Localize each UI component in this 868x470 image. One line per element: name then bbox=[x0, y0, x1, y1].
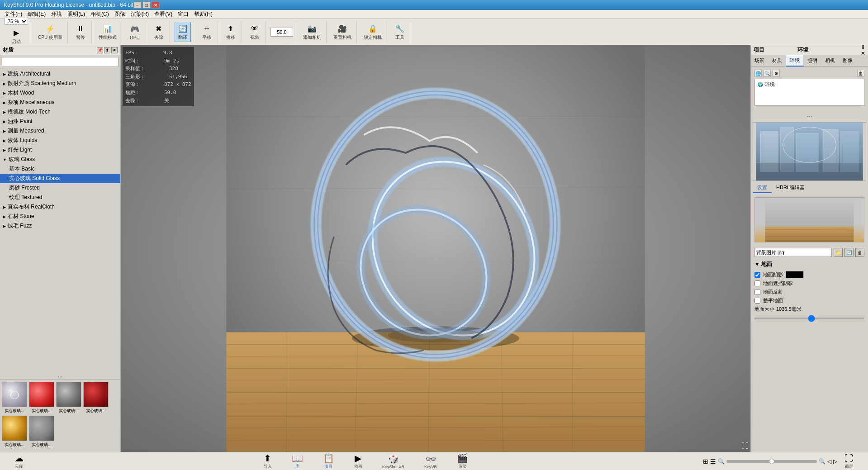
cancel-button[interactable]: ✖ 去除 bbox=[151, 22, 167, 42]
panel-close-button[interactable]: ✕ bbox=[111, 47, 118, 53]
project-button[interactable]: 📋 项目 bbox=[318, 452, 340, 470]
env-add-button[interactable]: 🌐 bbox=[754, 70, 762, 77]
cpu-button[interactable]: ⚡ CPU 使用量 bbox=[36, 22, 65, 42]
tab-environment[interactable]: 环境 bbox=[786, 55, 804, 66]
expand-icon[interactable]: ⛶ bbox=[741, 442, 749, 450]
category-scattering[interactable]: ▶ 散射介质 Scattering Medium bbox=[0, 79, 120, 88]
tab-scene[interactable]: 场景 bbox=[751, 55, 768, 66]
glass-sub-basic[interactable]: 基本 Basic bbox=[0, 164, 120, 174]
animation-button[interactable]: ▶ 动画 bbox=[349, 452, 368, 470]
env-search-button[interactable]: 🔍 bbox=[764, 70, 771, 77]
minimize-button[interactable]: − bbox=[133, 1, 142, 9]
zoom-out-icon[interactable]: 🔍 bbox=[819, 458, 825, 465]
menu-render[interactable]: 渲染(R) bbox=[128, 9, 152, 19]
search-small-icon[interactable]: 🔍 bbox=[718, 458, 725, 465]
close-button[interactable]: ✕ bbox=[152, 1, 160, 9]
env-sub-tab-settings[interactable]: 设置 bbox=[753, 183, 772, 193]
more-dots[interactable]: ... bbox=[0, 370, 120, 380]
ground-shadow-color[interactable] bbox=[786, 271, 804, 278]
push-button[interactable]: ⬆ 推移 bbox=[223, 22, 239, 42]
menu-image[interactable]: 图像 bbox=[112, 9, 128, 19]
nav-handle[interactable] bbox=[769, 459, 774, 464]
mat-thumb-0[interactable]: ◯ 实心玻璃... bbox=[2, 382, 27, 414]
mat-thumb-4[interactable]: 实心玻璃... bbox=[2, 416, 27, 448]
perf-button[interactable]: 📊 性能模式 bbox=[96, 22, 119, 42]
add-camera-button[interactable]: 📷 添加相机 bbox=[301, 22, 323, 42]
env-delete-button[interactable]: 🗑 bbox=[857, 70, 864, 77]
menu-camera[interactable]: 相机(C) bbox=[88, 9, 112, 19]
bg-file-browse-button[interactable]: 📁 bbox=[834, 248, 843, 257]
bg-file-input[interactable]: 背景图片.jpg bbox=[754, 248, 832, 257]
tools-button[interactable]: 🔧 工具 bbox=[392, 22, 408, 42]
prev-icon[interactable]: ◁ bbox=[827, 458, 831, 465]
tab-lighting[interactable]: 照明 bbox=[804, 55, 821, 66]
category-fuzz[interactable]: ▶ 绒毛 Fuzz bbox=[0, 221, 120, 231]
category-stone[interactable]: ▶ 石材 Stone bbox=[0, 212, 120, 221]
mat-thumb-3[interactable]: 实心玻璃... bbox=[83, 382, 109, 414]
mat-thumb-2[interactable]: 实心玻璃... bbox=[56, 382, 81, 414]
category-misc[interactable]: ▶ 杂项 Miscellaneous bbox=[0, 98, 120, 107]
tab-image[interactable]: 图像 bbox=[839, 55, 857, 66]
mat-thumb-img-0: ◯ bbox=[2, 382, 27, 407]
list-icon[interactable]: ☰ bbox=[710, 458, 716, 465]
cloud-button[interactable]: ☁ 云库 bbox=[9, 452, 29, 470]
keyvr-button[interactable]: 👓 KeyVR bbox=[419, 453, 442, 470]
glass-sub-solid[interactable]: 实心玻璃 Solid Glass bbox=[0, 174, 120, 183]
maximize-button[interactable]: □ bbox=[142, 1, 151, 9]
menu-env[interactable]: 环境 bbox=[48, 9, 65, 19]
env-tree-item-env[interactable]: 🌍 环境 bbox=[756, 80, 863, 89]
panel-pin-button[interactable]: 📌 bbox=[97, 47, 103, 53]
env-filter-button[interactable]: ⚙ bbox=[773, 70, 780, 77]
menu-help[interactable]: 帮助(H) bbox=[191, 9, 215, 19]
menu-window[interactable]: 窗口 bbox=[175, 9, 191, 19]
import-button[interactable]: ⬆ 导入 bbox=[258, 452, 277, 470]
env-sub-tab-hdri[interactable]: HDRI 编辑器 bbox=[772, 183, 809, 193]
translate-button[interactable]: 🔄 翻译 bbox=[175, 22, 191, 42]
start-button[interactable]: ▶ 启动 bbox=[8, 26, 24, 46]
gpu-button[interactable]: 🎮 GPU bbox=[127, 23, 143, 42]
category-light[interactable]: ▶ 灯光 Light bbox=[0, 145, 120, 155]
panel-float-button[interactable]: ⬆ bbox=[104, 47, 110, 53]
ground-reflect-checkbox[interactable] bbox=[754, 289, 760, 295]
library-button[interactable]: 📖 库 bbox=[286, 452, 308, 470]
ground-size-slider[interactable] bbox=[754, 318, 864, 319]
lock-camera-button[interactable]: 🔒 锁定相机 bbox=[361, 22, 384, 42]
pan-button[interactable]: ↔ 平移 bbox=[199, 22, 215, 42]
material-search-input[interactable] bbox=[2, 57, 119, 67]
grid-icon[interactable]: ⊞ bbox=[703, 458, 708, 465]
view-button[interactable]: 👁 视角 bbox=[247, 22, 263, 42]
category-wood[interactable]: ▶ 木材 Wood bbox=[0, 88, 120, 98]
glass-sub-textured[interactable]: 纹理 Textured bbox=[0, 193, 120, 202]
pause-button[interactable]: ⏸ 暂停 bbox=[72, 22, 89, 42]
mat-thumb-5[interactable]: 实心玻璃... bbox=[29, 416, 54, 448]
ground-shadow-checkbox[interactable] bbox=[754, 272, 760, 278]
mat-thumb-1[interactable]: 实心玻璃... bbox=[29, 382, 54, 414]
category-moldtech[interactable]: ▶ 模德纹 Mold-Tech bbox=[0, 107, 120, 117]
right-panel-float-button[interactable]: ⬆ bbox=[861, 44, 865, 50]
zoom-select[interactable]: 75 % bbox=[5, 18, 28, 25]
ground-ao-checkbox[interactable] bbox=[754, 280, 760, 286]
tab-camera[interactable]: 相机 bbox=[821, 55, 839, 66]
menu-view[interactable]: 查看(V) bbox=[152, 9, 175, 19]
category-measured[interactable]: ▶ 测量 Measured bbox=[0, 126, 120, 136]
menu-edit[interactable]: 编辑(E) bbox=[25, 9, 48, 19]
keyxr-button[interactable]: 🎲 KeyShot XR bbox=[377, 453, 410, 470]
reset-camera-button[interactable]: 🎥 重置相机 bbox=[331, 22, 354, 42]
ground-flat-checkbox[interactable] bbox=[754, 298, 760, 304]
render-button[interactable]: 🎬 渲染 bbox=[451, 452, 474, 470]
fullscreen-button[interactable]: ⛶ 截屏 bbox=[839, 452, 859, 470]
menu-lighting[interactable]: 照明(L) bbox=[65, 9, 88, 19]
category-glass[interactable]: ▼ 玻璃 Glass bbox=[0, 155, 120, 164]
material-preview-grid: ◯ 实心玻璃... 实心玻璃... 实心玻璃... 实心玻璃... bbox=[0, 380, 120, 452]
category-realcloth[interactable]: ▶ 真实布料 RealCloth bbox=[0, 202, 120, 212]
category-liquids[interactable]: ▶ 液体 Liquids bbox=[0, 136, 120, 145]
bg-file-clear-button[interactable]: 🗑 bbox=[855, 248, 864, 257]
category-paint[interactable]: ▶ 油漆 Paint bbox=[0, 117, 120, 126]
category-architectural[interactable]: ▶ 建筑 Architectural bbox=[0, 69, 120, 79]
bg-file-reload-button[interactable]: 🔄 bbox=[844, 248, 854, 257]
next-icon[interactable]: ▷ bbox=[833, 458, 837, 465]
glass-sub-frosted[interactable]: 磨砂 Frosted bbox=[0, 183, 120, 193]
tab-materials[interactable]: 材质 bbox=[768, 55, 786, 66]
fov-input[interactable] bbox=[270, 28, 293, 37]
viewport[interactable]: FPS： 9.8 时间： 9m 2s 采样值： 328 三角形： 51,956 … bbox=[121, 45, 750, 452]
